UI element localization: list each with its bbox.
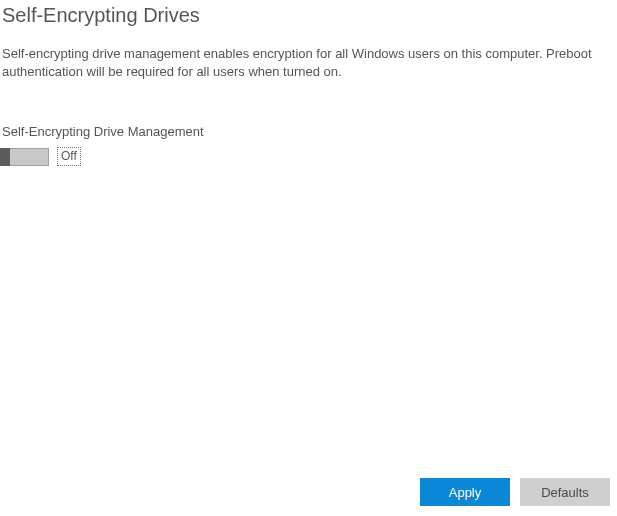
button-bar: Apply Defaults — [420, 478, 610, 506]
toggle-state-label: Off — [57, 147, 81, 166]
toggle-row: Off — [0, 139, 617, 166]
toggle-handle — [0, 148, 10, 166]
page-title: Self-Encrypting Drives — [0, 0, 617, 27]
section-heading-self-encrypting-drive-management: Self-Encrypting Drive Management — [0, 80, 617, 139]
self-encrypting-drive-toggle[interactable] — [0, 148, 49, 166]
page-description: Self-encrypting drive management enables… — [0, 27, 617, 80]
apply-button[interactable]: Apply — [420, 478, 510, 506]
defaults-button[interactable]: Defaults — [520, 478, 610, 506]
